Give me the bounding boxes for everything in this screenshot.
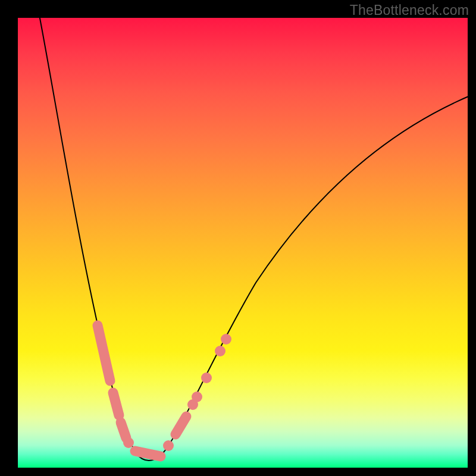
bead-segment: [176, 416, 186, 434]
bead-point: [221, 334, 231, 345]
bead-segments: [98, 325, 186, 456]
watermark-text: TheBottleneck.com: [350, 2, 469, 18]
bead-segment: [135, 451, 161, 456]
curve-layer: [18, 18, 468, 468]
bead-point: [123, 437, 134, 448]
bead-point: [192, 392, 202, 402]
bead-segment: [98, 325, 110, 381]
plot-area: [18, 18, 468, 468]
bead-point: [215, 346, 226, 356]
chart-frame: TheBottleneck.com: [0, 0, 476, 476]
bottleneck-curve: [39, 12, 471, 461]
bead-point: [201, 372, 212, 383]
bead-point: [163, 440, 174, 451]
bead-segment: [121, 422, 126, 438]
bead-segment: [113, 393, 119, 415]
